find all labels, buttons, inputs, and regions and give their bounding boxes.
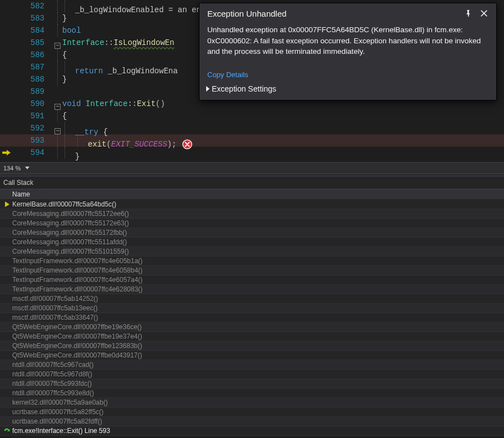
exception-settings-toggle[interactable]: Exception Settings xyxy=(199,82,496,100)
callstack-row[interactable]: msctf.dll!00007ffc5ab14252() xyxy=(0,294,504,304)
line-number: 591 xyxy=(0,110,54,122)
outline-toggle xyxy=(54,61,62,73)
callstack-row[interactable]: Qt5WebEngineCore.dll!00007ffbe19e37e4() xyxy=(0,332,504,341)
frame-text: Qt5WebEngineCore.dll!00007ffbe19e36ce() xyxy=(12,323,142,331)
frame-text: CoreMessaging.dll!00007ffc55172fbb() xyxy=(12,229,127,236)
code-line[interactable]: 593exit(EXIT_SUCCESS); xyxy=(0,134,504,147)
callstack-row[interactable]: CoreMessaging.dll!00007ffc55172fbb() xyxy=(0,228,504,238)
code-line[interactable]: 591{ xyxy=(0,110,504,122)
outline-toggle[interactable]: − xyxy=(54,98,62,110)
callstack-row[interactable]: TextInputFramework.dll!00007ffc4e628083(… xyxy=(0,285,504,294)
outline-toggle xyxy=(54,49,62,61)
callstack-row[interactable]: ucrtbase.dll!00007ffc5a82fdff() xyxy=(0,417,504,426)
code-content[interactable]: } xyxy=(62,147,504,159)
exception-popup: Exception Unhandled Unhandled exception … xyxy=(199,3,497,100)
frame-text: ntdll.dll!00007ffc5c993e8d() xyxy=(12,389,94,397)
pin-icon[interactable] xyxy=(463,8,474,19)
callstack-row[interactable]: msctf.dll!00007ffc5ab13eec() xyxy=(0,304,504,313)
callstack-title: Call Stack xyxy=(0,177,504,189)
callstack-row[interactable]: ntdll.dll!00007ffc5c967cad() xyxy=(0,360,504,370)
frame-text: CoreMessaging.dll!00007ffc55172e63() xyxy=(12,219,129,227)
close-icon[interactable] xyxy=(478,8,490,19)
line-number: 588 xyxy=(0,73,54,85)
frame-text: ucrtbase.dll!00007ffc5a82ff5c() xyxy=(12,408,103,416)
code-content[interactable]: __try { xyxy=(62,122,504,134)
outline-toggle xyxy=(54,0,62,12)
callstack-row[interactable]: CoreMessaging.dll!00007ffc5511afdd() xyxy=(0,238,504,247)
zoom-value[interactable]: 134 % xyxy=(3,165,21,172)
frame-text: fcm.exe!Interface::Exit() Line 593 xyxy=(12,427,110,435)
callstack-row[interactable]: ucrtbase.dll!00007ffc5a82ff5c() xyxy=(0,407,504,417)
frame-text: ntdll.dll!00007ffc5c993fdc() xyxy=(12,380,92,387)
exception-settings-label: Exception Settings xyxy=(212,84,276,93)
line-number: 590 xyxy=(0,98,54,110)
callstack-row[interactable]: ntdll.dll!00007ffc5c993e8d() xyxy=(0,389,504,398)
frame-text: TextInputFramework.dll!00007ffc4e628083(… xyxy=(12,285,143,293)
current-frame-icon xyxy=(2,202,12,207)
code-line[interactable]: 592−__try { xyxy=(0,122,504,134)
frame-text: TextInputFramework.dll!00007ffc4e6058b4(… xyxy=(12,266,143,274)
frame-text: kernel32.dll!00007ffc5a9ae0ab() xyxy=(12,399,108,406)
frame-text: TextInputFramework.dll!00007ffc4e6057a4(… xyxy=(12,276,143,284)
outline-toggle xyxy=(54,73,62,85)
frame-text: Qt5WebEngineCore.dll!00007ffbe19e37e4() xyxy=(12,333,142,340)
line-number: 589 xyxy=(0,85,54,98)
frame-text: msctf.dll!00007ffc5ab14252() xyxy=(12,295,98,303)
callstack-row[interactable]: ntdll.dll!00007ffc5c967d8f() xyxy=(0,370,504,379)
callstack-row[interactable]: TextInputFramework.dll!00007ffc4e6057a4(… xyxy=(0,275,504,285)
code-content[interactable]: exit(EXIT_SUCCESS); xyxy=(62,134,504,147)
frame-text: CoreMessaging.dll!00007ffc55172ee6() xyxy=(12,210,129,218)
popup-title: Exception Unhandled xyxy=(207,9,463,18)
callstack-header[interactable]: Name xyxy=(0,189,504,200)
frame-text: ucrtbase.dll!00007ffc5a82fdff() xyxy=(12,417,102,425)
frame-text: Qt5WebEngineCore.dll!00007ffbe0d43917() xyxy=(12,351,142,359)
callstack-row[interactable]: Qt5WebEngineCore.dll!00007ffbe19e36ce() xyxy=(0,323,504,332)
code-content[interactable]: { xyxy=(62,110,504,122)
line-number: 585 xyxy=(0,37,54,49)
frame-text: ntdll.dll!00007ffc5c967d8f() xyxy=(12,370,92,378)
frame-text: TextInputFramework.dll!00007ffc4e605b1a(… xyxy=(12,257,143,265)
line-number: 593 xyxy=(0,134,54,147)
outline-toggle xyxy=(54,12,62,24)
frame-text: CoreMessaging.dll!00007ffc5511afdd() xyxy=(12,238,127,246)
frame-text: msctf.dll!00007ffc5ab33647() xyxy=(12,314,98,321)
frame-text: KernelBase.dll!00007ffc5a64bd5c() xyxy=(12,200,116,208)
outline-toggle xyxy=(54,110,62,122)
callstack-row[interactable]: CoreMessaging.dll!00007ffc55101559() xyxy=(0,247,504,256)
user-frame-icon xyxy=(2,427,12,434)
callstack-row[interactable]: fcm.exe!Interface::Exit() Line 593 xyxy=(0,426,504,436)
copy-details-link[interactable]: Copy Details xyxy=(207,71,248,79)
zoom-dropdown-icon[interactable] xyxy=(25,167,29,169)
popup-body: Unhandled exception at 0x00007FFC5A64BD5… xyxy=(199,24,496,64)
line-number: 584 xyxy=(0,24,54,37)
callstack-row[interactable]: CoreMessaging.dll!00007ffc55172e63() xyxy=(0,219,504,228)
callstack-row[interactable]: CoreMessaging.dll!00007ffc55172ee6() xyxy=(0,209,504,219)
frame-text: CoreMessaging.dll!00007ffc55101559() xyxy=(12,248,129,255)
callstack-row[interactable]: ntdll.dll!00007ffc5c993fdc() xyxy=(0,379,504,389)
frame-text: ntdll.dll!00007ffc5c967cad() xyxy=(12,361,94,369)
outline-toggle xyxy=(54,85,62,98)
callstack-row[interactable]: Qt5WebEngineCore.dll!00007ffbe123683b() xyxy=(0,341,504,351)
line-number: 594 xyxy=(0,147,54,159)
line-number: 587 xyxy=(0,61,54,73)
callstack-row[interactable]: KernelBase.dll!00007ffc5a64bd5c() xyxy=(0,200,504,209)
callstack-row[interactable]: TextInputFramework.dll!00007ffc4e605b1a(… xyxy=(0,256,504,266)
zoom-bar: 134 % xyxy=(0,162,504,173)
expand-triangle-icon xyxy=(206,86,209,92)
outline-toggle[interactable]: − xyxy=(54,122,62,134)
callstack-row[interactable]: TextInputFramework.dll!00007ffc4e6058b4(… xyxy=(0,266,504,275)
callstack-row[interactable]: kernel32.dll!00007ffc5a9ae0ab() xyxy=(0,398,504,407)
line-number: 592 xyxy=(0,122,54,134)
line-number: 586 xyxy=(0,49,54,61)
outline-toggle[interactable]: − xyxy=(54,37,62,49)
code-line[interactable]: 594} xyxy=(0,147,504,159)
outline-toggle xyxy=(54,24,62,37)
callstack-row[interactable]: Qt5WebEngineCore.dll!00007ffbe0d43917() xyxy=(0,351,504,360)
callstack-row[interactable]: msctf.dll!00007ffc5ab33647() xyxy=(0,313,504,323)
outline-toggle xyxy=(54,147,62,159)
frame-text: msctf.dll!00007ffc5ab13eec() xyxy=(12,304,98,312)
callstack-body[interactable]: KernelBase.dll!00007ffc5a64bd5c()CoreMes… xyxy=(0,200,504,436)
line-number: 582 xyxy=(0,0,54,12)
frame-text: Qt5WebEngineCore.dll!00007ffbe123683b() xyxy=(12,342,142,350)
outline-toggle xyxy=(54,134,62,147)
